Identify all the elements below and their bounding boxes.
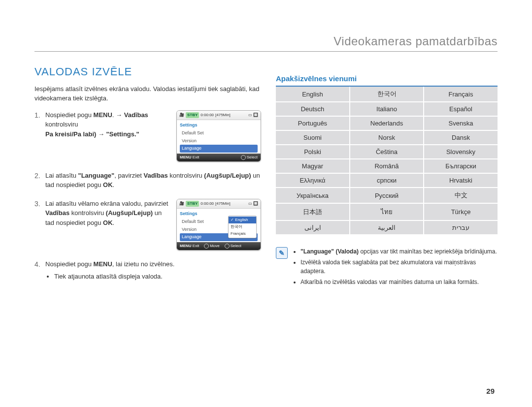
- section-title: VALODAS IZVĒLE: [34, 65, 261, 78]
- language-cell: Ελληνικά: [276, 173, 350, 188]
- note-1: "Language" (Valoda) opcijas var tikt mai…: [300, 247, 498, 256]
- language-cell: Hrvatski: [424, 173, 498, 188]
- language-cell: עברית: [424, 220, 498, 235]
- language-cell: Deutsch: [276, 102, 350, 116]
- language-cell: 中文: [424, 188, 498, 203]
- language-cell: Español: [424, 102, 498, 116]
- language-cell: Български: [424, 159, 498, 173]
- submenu-title: Apakšizvēlnes vienumi: [276, 74, 498, 87]
- language-cell: English: [276, 87, 350, 102]
- step-4-sub: Tiek atjaunota atlasītā displeja valoda.: [54, 272, 261, 282]
- page-header-title: Videokameras pamatdarbības: [34, 34, 498, 52]
- step-2: Lai atlasītu "Language", pavirziet Vadīb…: [34, 171, 261, 190]
- language-cell: Italiano: [350, 102, 424, 116]
- language-cell: ایرانی: [276, 220, 350, 235]
- language-cell: Русский: [350, 188, 424, 203]
- language-cell: Polski: [276, 145, 350, 159]
- language-cell: Português: [276, 116, 350, 130]
- language-cell: Norsk: [350, 130, 424, 145]
- language-cell: Suomi: [276, 130, 350, 145]
- language-cell: Українська: [276, 188, 350, 203]
- language-cell: Français: [424, 87, 498, 102]
- language-cell: 日本語: [276, 203, 350, 220]
- language-cell: Slovensky: [424, 145, 498, 159]
- language-cell: Türkçe: [424, 203, 498, 220]
- lcd-screenshot-2: 🎥 STBY 0:00:00 [475Min] ▭ 🔲 Settings Def…: [176, 199, 261, 250]
- language-cell: العربية: [350, 220, 424, 235]
- page-number: 29: [486, 387, 495, 395]
- language-cell: Dansk: [424, 130, 498, 145]
- step-1: Nospiediet pogu MENU. → Vadības kontrols…: [34, 110, 261, 162]
- step-3: Lai atlasītu vēlamo ekrāna valodu, pavir…: [34, 199, 261, 250]
- notes-block: ✎ "Language" (Valoda) opcijas var tikt m…: [276, 247, 498, 288]
- language-table: English한국어FrançaisDeutschItalianoEspañol…: [276, 87, 498, 235]
- language-cell: Svenska: [424, 116, 498, 130]
- note-icon: ✎: [276, 247, 288, 259]
- language-cell: српски: [350, 173, 424, 188]
- language-cell: ไทย: [350, 203, 424, 220]
- lcd-screenshot-1: 🎥 STBY 0:00:00 [475Min] ▭ 🔲 Settings Def…: [176, 110, 261, 162]
- note-3: Atkarībā no izvēlētās valodas var mainīt…: [300, 278, 498, 286]
- language-cell: 한국어: [350, 87, 424, 102]
- step-4: Nospiediet pogu MENU, lai izietu no izvē…: [34, 259, 261, 282]
- intro-text: Iespējams atlasīt izvēlnes ekrāna valodu…: [34, 85, 261, 103]
- language-cell: Nederlands: [350, 116, 424, 130]
- note-2: Izvēlētā valoda tiek saglabāta pat bez a…: [300, 258, 498, 276]
- language-cell: Română: [350, 159, 424, 173]
- language-cell: Čeština: [350, 145, 424, 159]
- language-cell: Magyar: [276, 159, 350, 173]
